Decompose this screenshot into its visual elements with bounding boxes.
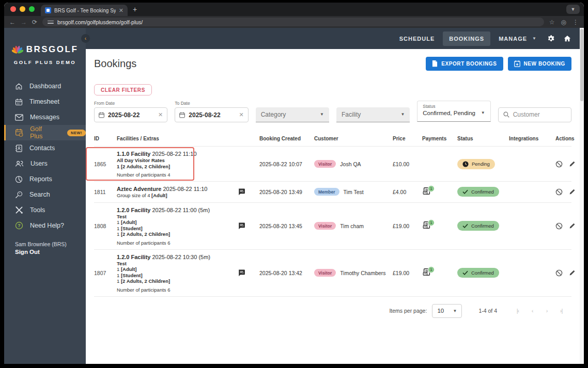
cancel-booking-icon[interactable]: [555, 188, 563, 196]
table-row: 1811 Aztec Adventure 2025-08-22 11:10 Gr…: [94, 181, 571, 202]
svg-text:?: ?: [18, 223, 20, 228]
page: ‹ BRSGOLF GOLF PLUS DEMO Dashboard Time: [4, 28, 584, 364]
booking-id: 1865: [94, 161, 117, 167]
booking-note-icon[interactable]: [238, 188, 259, 196]
reload-icon[interactable]: ⟳: [32, 19, 37, 25]
edit-booking-icon[interactable]: [569, 188, 576, 196]
col-integrations: Integrations: [509, 136, 555, 141]
sidebar-item-messages[interactable]: Messages: [4, 109, 86, 125]
clear-from-date-icon[interactable]: ✕: [158, 111, 163, 118]
clear-to-date-icon[interactable]: ✕: [239, 111, 243, 118]
payment-terminal-icon[interactable]: 1: [422, 188, 431, 197]
edit-booking-icon[interactable]: [569, 161, 576, 168]
payments-count-badge: 1: [428, 266, 435, 273]
sidebar-item-reports[interactable]: Reports: [4, 171, 86, 187]
bookmark-star-icon[interactable]: ☆: [549, 19, 555, 25]
status-badge: Confirmed: [457, 187, 499, 197]
export-bookings-button[interactable]: EXPORT BOOKINGS: [426, 57, 503, 71]
maximize-window-icon[interactable]: [29, 6, 35, 12]
home-icon[interactable]: [563, 35, 571, 42]
sidebar-nav: Dashboard Timesheet Messages Golf PlusNE…: [4, 78, 86, 233]
col-booking-created: Booking Created: [259, 136, 314, 141]
sidebar-item-label: Dashboard: [29, 83, 61, 90]
sidebar-item-timesheet[interactable]: Timesheet: [4, 94, 86, 109]
payment-terminal-icon[interactable]: 1: [422, 222, 431, 231]
booking-note-icon[interactable]: [238, 269, 259, 277]
edit-booking-icon[interactable]: [569, 222, 576, 230]
customer-filter: Customer: [498, 101, 571, 122]
col-payments: Payments: [422, 136, 457, 141]
envelope-icon: [15, 114, 23, 121]
from-date-label: From Date: [94, 101, 167, 106]
facility-select[interactable]: Facility ▼: [336, 107, 410, 122]
calendar-icon: [99, 112, 104, 118]
address-book-icon: [15, 145, 23, 152]
last-page-icon[interactable]: ›|: [554, 308, 568, 314]
col-status: Status: [457, 136, 509, 141]
category-select[interactable]: Category ▼: [256, 107, 329, 122]
browser-tab[interactable]: BRS Golf - Tee Booking Syste ✕: [41, 5, 128, 16]
sidebar-item-dashboard[interactable]: Dashboard: [4, 78, 86, 94]
url-bar[interactable]: brsgolf.com/golfplusdemo/golf-plus/: [42, 18, 544, 26]
tab-search-chevron-icon[interactable]: ▼: [566, 5, 580, 14]
sidebar-item-need-help[interactable]: ? Need Help?: [4, 218, 86, 233]
clear-filters-button[interactable]: CLEAR FILTERS: [94, 84, 152, 95]
close-window-icon[interactable]: [10, 6, 16, 12]
price: £19.00: [393, 270, 422, 276]
to-date-input[interactable]: 2025-08-22 ✕: [175, 107, 248, 122]
sidebar-item-users[interactable]: Users: [4, 156, 86, 171]
to-date-label: To Date: [175, 101, 248, 106]
previous-page-icon[interactable]: ‹: [525, 308, 539, 314]
profile-icon[interactable]: ◎: [561, 19, 566, 25]
brand-name: BRSGOLF: [26, 44, 79, 55]
payment-terminal-icon[interactable]: 1: [422, 269, 431, 278]
facilities-cell: Aztec Adventure 2025-08-22 11:10 Group s…: [117, 185, 238, 199]
window-controls[interactable]: [4, 6, 41, 16]
back-icon[interactable]: ←: [9, 19, 16, 25]
sidebar-collapse-button[interactable]: ‹: [81, 34, 90, 43]
settings-gear-icon[interactable]: [547, 35, 555, 43]
browser-toolbar: ← → ⟳ brsgolf.com/golfplusdemo/golf-plus…: [4, 16, 584, 28]
signed-in-user: Sam Brownlee (BRS): [15, 241, 67, 247]
customer-cell: Visitor Tim cham: [314, 222, 393, 230]
tab-bookings[interactable]: BOOKINGS: [443, 31, 490, 46]
tab-close-icon[interactable]: ✕: [119, 8, 123, 13]
payments-count-badge: 1: [428, 219, 435, 226]
sidebar-item-search[interactable]: Search: [4, 187, 86, 202]
participants-count: Number of participants 4: [117, 172, 238, 178]
edit-booking-icon[interactable]: [569, 269, 576, 277]
browser-menu-icon[interactable]: ⋮: [572, 19, 579, 25]
home-icon: [15, 83, 23, 90]
status-select[interactable]: Status Confirmed, Pending ▼: [417, 101, 490, 122]
customer-search-input[interactable]: Customer: [498, 107, 571, 122]
items-per-page-select[interactable]: 10 ▼: [432, 304, 462, 318]
tab-manage[interactable]: MANAGE: [492, 31, 533, 46]
site-settings-icon[interactable]: [48, 20, 54, 25]
sidebar-item-tools[interactable]: Tools: [4, 202, 86, 218]
cancel-booking-icon[interactable]: [555, 161, 563, 168]
scrollbar-thumb[interactable]: [580, 29, 583, 101]
customer-cell: Visitor Timothy Chambers: [314, 269, 393, 277]
page-scrollbar[interactable]: [580, 28, 584, 364]
customer-type-badge: Visitor: [314, 160, 336, 168]
tab-title: BRS Golf - Tee Booking Syste: [54, 8, 116, 13]
next-page-icon[interactable]: ›: [539, 308, 554, 314]
booking-note-icon[interactable]: [238, 222, 259, 230]
from-date-input[interactable]: 2025-08-22 ✕: [94, 107, 167, 122]
tab-schedule[interactable]: SCHEDULE: [393, 31, 441, 46]
new-booking-button[interactable]: NEW BOOKING: [508, 57, 572, 71]
new-tab-button[interactable]: +: [133, 5, 137, 13]
items-per-page-label: Items per page:: [389, 308, 427, 314]
cancel-booking-icon[interactable]: [555, 222, 563, 230]
customer-type-badge: Visitor: [314, 269, 336, 277]
minimize-window-icon[interactable]: [20, 6, 25, 12]
sign-out-link[interactable]: Sign Out: [15, 249, 67, 255]
booking-created: 2025-08-20 13:49: [259, 189, 314, 195]
payments-cell: 1: [422, 220, 457, 232]
forward-icon[interactable]: →: [21, 19, 27, 25]
first-page-icon[interactable]: |‹: [510, 308, 525, 314]
sidebar-item-contacts[interactable]: Contacts: [4, 140, 86, 156]
sidebar-item-golf-plus[interactable]: Golf PlusNEW!: [4, 125, 86, 140]
cancel-booking-icon[interactable]: [555, 269, 563, 277]
brand-subtitle: GOLF PLUS DEMO: [4, 59, 86, 65]
